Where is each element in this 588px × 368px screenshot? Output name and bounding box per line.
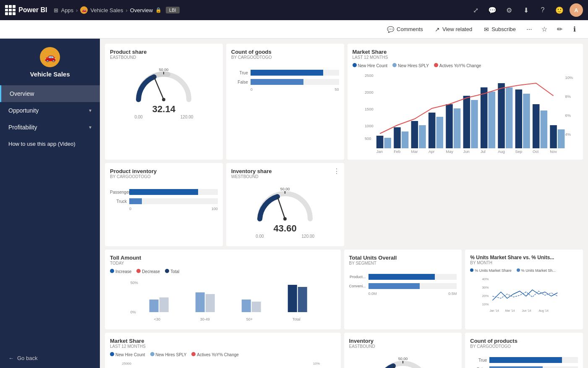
svg-point-47 bbox=[283, 217, 287, 221]
market-share-title: Market Share bbox=[353, 49, 578, 55]
svg-rect-54 bbox=[196, 292, 205, 312]
product-share-title: Product share bbox=[110, 49, 218, 55]
product-seg-bar bbox=[368, 274, 457, 280]
svg-text:Sep: Sep bbox=[515, 150, 522, 154]
sub-nav: 💬 Comments ↗ View related ✉ Subscribe ··… bbox=[0, 20, 588, 39]
svg-rect-18 bbox=[463, 96, 470, 148]
cp-false-bar bbox=[489, 366, 578, 368]
product-inventory-chart: Passenger Truck 0 100 bbox=[110, 182, 218, 218]
svg-text:500: 500 bbox=[364, 137, 371, 141]
svg-text:Mar '14: Mar '14 bbox=[505, 309, 515, 312]
fullscreen-icon[interactable]: ⤢ bbox=[469, 3, 482, 17]
go-back-button[interactable]: ← Go back bbox=[8, 355, 91, 361]
inventory-share-subtitle: WESTBOUND bbox=[231, 174, 339, 179]
feedback-icon[interactable]: 🙂 bbox=[553, 3, 566, 17]
inventory-share-card: ⋮ Inventory share WESTBOUND 50.00 43.60 … bbox=[226, 163, 344, 246]
inventory-share-gauge: 50.00 43.60 0.00 120.00 bbox=[231, 182, 339, 241]
sidebar-logo-icon: 🚗 bbox=[40, 47, 60, 67]
view-related-icon: ↗ bbox=[435, 26, 440, 33]
svg-text:10%: 10% bbox=[482, 302, 489, 306]
svg-text:Jun '14: Jun '14 bbox=[522, 309, 531, 312]
svg-text:30%: 30% bbox=[482, 286, 489, 289]
svg-line-46 bbox=[277, 197, 285, 219]
pct-units-card: % Units Market Share vs. % Units... BY M… bbox=[465, 250, 583, 329]
settings-icon[interactable]: ⚙ bbox=[502, 3, 516, 17]
gauge-labels: 0.00 120.00 bbox=[134, 115, 193, 119]
chevron-down-icon: ▾ bbox=[89, 124, 91, 130]
card-menu-icon[interactable]: ⋮ bbox=[333, 167, 340, 175]
svg-rect-30 bbox=[488, 92, 495, 148]
svg-rect-32 bbox=[523, 94, 530, 148]
count-products-subtitle: BY CARGOODTOGO bbox=[470, 344, 578, 349]
info-icon[interactable]: ℹ bbox=[568, 23, 581, 36]
view-related-button[interactable]: ↗ View related bbox=[430, 24, 477, 35]
svg-text:Feb: Feb bbox=[394, 150, 400, 154]
false-bar bbox=[251, 79, 339, 85]
more-options-icon[interactable]: ··· bbox=[523, 23, 536, 36]
svg-text:50.00: 50.00 bbox=[159, 68, 169, 72]
brand-logo: Power BI bbox=[18, 6, 47, 14]
apps-link[interactable]: Apps bbox=[61, 7, 73, 13]
svg-rect-17 bbox=[446, 104, 453, 148]
svg-point-1 bbox=[162, 98, 165, 101]
svg-text:Nov: Nov bbox=[550, 150, 557, 154]
market-share-legend: New Hire Count New Hires SPLY Actives Yo… bbox=[353, 63, 578, 68]
app-launcher-icon[interactable] bbox=[5, 5, 15, 15]
count-of-goods-chart: True False 0 50 bbox=[231, 63, 339, 98]
toll-svg: 50% 0% bbox=[110, 276, 336, 323]
help-icon[interactable]: ? bbox=[536, 3, 549, 17]
product-inventory-subtitle: BY CARGOODTOGO bbox=[110, 174, 218, 179]
svg-rect-33 bbox=[540, 110, 547, 148]
download-icon[interactable]: ⬇ bbox=[519, 3, 533, 17]
chart-hover-area[interactable] bbox=[348, 163, 583, 246]
count-products-title: Count of products bbox=[470, 338, 578, 344]
svg-text:10%: 10% bbox=[313, 362, 320, 365]
svg-text:50+: 50+ bbox=[246, 317, 253, 321]
increase-label: Increase bbox=[115, 269, 131, 274]
toll-amount-subtitle: TODAY bbox=[110, 261, 336, 265]
sidebar-item-opportunity[interactable]: Opportunity ▾ bbox=[0, 102, 100, 119]
inventory-share-labels: 0.00 120.00 bbox=[256, 234, 314, 239]
inventory-share-title: Inventory share bbox=[231, 168, 339, 174]
inv-share-min: 0.00 bbox=[256, 234, 264, 239]
chat-icon[interactable]: 💬 bbox=[486, 3, 499, 17]
svg-text:50%: 50% bbox=[131, 281, 138, 285]
market-share-bottom-subtitle: LAST 12 MONTHS bbox=[110, 344, 336, 349]
svg-rect-55 bbox=[206, 294, 215, 312]
svg-rect-21 bbox=[515, 89, 522, 148]
toll-chart: 50% 0% bbox=[110, 276, 336, 324]
true-label: True bbox=[231, 71, 248, 75]
gauge-max: 120.00 bbox=[180, 115, 193, 119]
app-name[interactable]: Vehicle Sales bbox=[90, 7, 123, 13]
sidebar-item-profitability[interactable]: Profitability ▾ bbox=[0, 119, 100, 136]
sidebar-nav: Overview Opportunity ▾ Profitability ▾ H… bbox=[0, 85, 100, 152]
back-arrow-icon: ← bbox=[8, 355, 14, 361]
svg-rect-25 bbox=[401, 131, 408, 148]
comments-button[interactable]: 💬 Comments bbox=[382, 24, 428, 35]
top-nav: Power BI ⊞ Apps › 🚗 Vehicle Sales › Over… bbox=[0, 0, 588, 20]
edit-icon[interactable]: ✏ bbox=[553, 23, 566, 36]
total-units-subtitle: BY SEGMENT bbox=[349, 261, 457, 265]
passenger-bar bbox=[129, 189, 218, 195]
inventory-share-svg: 50.00 bbox=[251, 185, 319, 223]
bookmark-icon[interactable]: ☆ bbox=[538, 23, 551, 36]
svg-text:25000: 25000 bbox=[122, 362, 132, 365]
svg-text:6%: 6% bbox=[565, 113, 570, 118]
svg-rect-56 bbox=[242, 300, 251, 312]
svg-text:50.00: 50.00 bbox=[280, 187, 290, 191]
avatar[interactable]: A bbox=[570, 3, 583, 17]
svg-text:2000: 2000 bbox=[364, 90, 373, 95]
lbi-badge[interactable]: LBI bbox=[166, 7, 180, 13]
sidebar-item-overview[interactable]: Overview bbox=[0, 85, 100, 102]
sidebar-item-howto[interactable]: How to use this app (Video) bbox=[0, 136, 100, 152]
count-products-chart: True False 0 50 bbox=[470, 352, 578, 368]
inventory-title: Inventory bbox=[349, 338, 457, 344]
svg-text:Jul: Jul bbox=[480, 150, 485, 154]
svg-text:Apr: Apr bbox=[428, 150, 434, 154]
svg-text:4%: 4% bbox=[565, 132, 570, 137]
total-units-title: Total Units Overall bbox=[349, 255, 457, 261]
toll-legend: Increase Decrease Total bbox=[110, 269, 336, 274]
svg-text:20%: 20% bbox=[482, 294, 489, 298]
market-share-svg: 2500 2000 1500 1000 500 10% 8% 6% 4% bbox=[353, 71, 578, 155]
subscribe-button[interactable]: ✉ Subscribe bbox=[479, 24, 521, 35]
